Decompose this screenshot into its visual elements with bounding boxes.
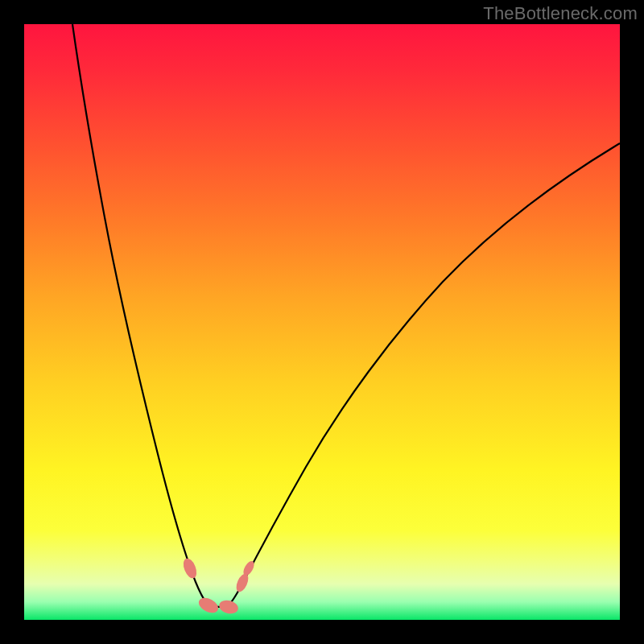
right-branch-path xyxy=(227,143,620,606)
curve-layer xyxy=(24,24,620,620)
plot-area xyxy=(24,24,620,620)
marker-3 xyxy=(234,572,251,594)
attribution-text: TheBottleneck.com xyxy=(483,3,638,24)
marker-1 xyxy=(196,595,221,616)
left-branch-path xyxy=(72,24,211,606)
marker-0 xyxy=(181,556,200,580)
marker-2 xyxy=(217,598,239,615)
